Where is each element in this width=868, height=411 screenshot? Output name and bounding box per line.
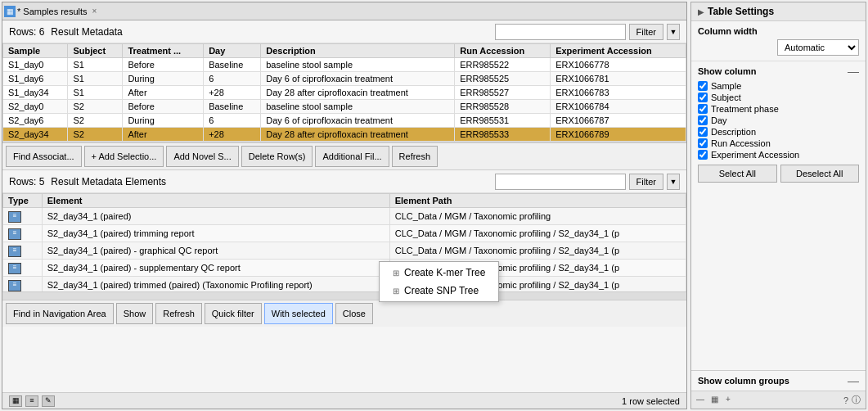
table-cell: S1_day34 <box>3 86 68 100</box>
column-checkbox[interactable] <box>698 150 708 160</box>
kmer-icon: ⊞ <box>393 269 399 278</box>
find-nav-button[interactable]: Find in Navigation Area <box>6 303 114 324</box>
row-selected-status: 1 row selected <box>622 396 680 406</box>
add-selection-button[interactable]: + Add Selectio... <box>84 146 164 167</box>
table-cell: ERX1066781 <box>551 72 686 86</box>
list-item[interactable]: ≡S2_day34_1 (paired) - supplementary QC … <box>3 260 686 277</box>
col-width-label: Column width <box>698 26 859 36</box>
table-cell: Day 6 of ciprofloxacin treatment <box>261 72 455 86</box>
column-checkbox-label: Subject <box>711 93 741 102</box>
scg-collapse[interactable]: — <box>848 374 859 387</box>
top-filter-input[interactable] <box>495 24 626 40</box>
create-kmer-tree-item[interactable]: ⊞ Create K-mer Tree <box>380 264 498 282</box>
col-run-accession: Run Accession <box>455 44 551 58</box>
top-table-container: Sample Subject Treatment ... Day Descrip… <box>2 43 686 142</box>
quick-filter-button[interactable]: Quick filter <box>205 303 262 324</box>
top-data-table: Sample Subject Treatment ... Day Descrip… <box>2 43 686 142</box>
bottom-filter-dropdown[interactable]: ▼ <box>667 174 680 190</box>
top-rows-label: Rows: 6 <box>9 26 44 38</box>
col-width-select[interactable]: Automatic <box>777 39 859 56</box>
create-snp-tree-item[interactable]: ⊞ Create SNP Tree <box>380 282 498 300</box>
column-checkbox[interactable] <box>698 127 708 137</box>
table-cell: ERR985531 <box>455 114 551 128</box>
refresh-bottom-button[interactable]: Refresh <box>155 303 202 324</box>
table-cell: S2 <box>68 100 123 114</box>
bottom-table-body: ≡S2_day34_1 (paired)CLC_Data / MGM / Tax… <box>3 208 686 292</box>
right-panel-bottom: — ▦ + ? ⓘ <box>691 391 866 409</box>
top-filter-dropdown[interactable]: ▼ <box>667 24 680 40</box>
table-icon: ▦ <box>4 6 16 17</box>
delete-rows-button[interactable]: Delete Row(s) <box>241 146 313 167</box>
top-metadata-label: Result Metadata <box>51 26 122 38</box>
table-cell: S2_day34_1 (paired) - graphical QC repor… <box>42 242 389 260</box>
column-checkbox[interactable] <box>698 104 708 114</box>
type-icon: ≡ <box>8 263 21 274</box>
table-row[interactable]: S1_day34S1After+28Day 28 after ciproflox… <box>3 86 686 100</box>
column-checkbox[interactable] <box>698 81 708 91</box>
panel-collapse-icon[interactable]: ▶ <box>698 7 704 16</box>
settings-icon[interactable]: ✎ <box>42 395 55 407</box>
column-checkbox-label: Sample <box>711 81 741 91</box>
question-icon[interactable]: ? <box>843 395 848 405</box>
column-checkbox[interactable] <box>698 93 708 102</box>
column-checkbox[interactable] <box>698 138 708 148</box>
right-panel-header: ▶ Table Settings <box>691 2 866 21</box>
col-subject: Subject <box>68 44 123 58</box>
bottom-filter-input[interactable] <box>495 174 626 190</box>
table-cell: S2_day34_1 (paired) trimming report <box>42 225 389 242</box>
column-checkbox-row: Sample <box>698 81 859 91</box>
col-buttons: Select All Deselect All <box>698 165 859 183</box>
add-novel-button[interactable]: Add Novel S... <box>166 146 238 167</box>
bottom-rows-bar: Rows: 5 Result Metadata Elements Filter … <box>2 170 686 193</box>
tab-close[interactable]: × <box>92 7 97 16</box>
top-table-body: S1_day0S1BeforeBaselinebaseline stool sa… <box>3 58 686 142</box>
right-bottom-icons: — ▦ + <box>696 395 737 406</box>
top-filter-button[interactable]: Filter <box>629 24 663 40</box>
list-item[interactable]: ≡S2_day34_1 (paired) trimmed (paired) (T… <box>3 277 686 292</box>
element-icon[interactable]: ≡ <box>25 395 38 407</box>
list-item[interactable]: ≡S2_day34_1 (paired) - graphical QC repo… <box>3 242 686 260</box>
info-icon[interactable]: ⓘ <box>852 394 861 406</box>
show-col-collapse[interactable]: — <box>848 65 859 78</box>
table-row[interactable]: S2_day34S2After+28Day 28 after ciproflox… <box>3 128 686 142</box>
list-item[interactable]: ≡S2_day34_1 (paired) trimming reportCLC_… <box>3 225 686 242</box>
table-cell: During <box>123 72 204 86</box>
column-checkbox-row: Treatment phase <box>698 104 859 114</box>
col-treatment: Treatment ... <box>123 44 204 58</box>
list-item[interactable]: ≡S2_day34_1 (paired)CLC_Data / MGM / Tax… <box>3 208 686 225</box>
table-cell: S1_day0 <box>3 58 68 72</box>
table-row[interactable]: S1_day0S1BeforeBaselinebaseline stool sa… <box>3 58 686 72</box>
snp-icon: ⊞ <box>393 287 399 296</box>
additional-filter-button[interactable]: Additional Fil... <box>315 146 389 167</box>
table-cell: S2_day34 <box>3 128 68 142</box>
minus-icon[interactable]: — <box>696 395 708 406</box>
col-type: Type <box>3 194 43 208</box>
status-bar: ▦ ≡ ✎ 1 row selected <box>2 392 686 409</box>
bottom-filter-button[interactable]: Filter <box>629 174 663 190</box>
right-panel: ▶ Table Settings Column width Automatic … <box>690 2 866 409</box>
with-selected-button[interactable]: With selected <box>264 303 333 324</box>
show-button[interactable]: Show <box>116 303 154 324</box>
find-associations-button[interactable]: Find Associat... <box>6 146 82 167</box>
table-row[interactable]: S2_day0S2BeforeBaselinebaseline stool sa… <box>3 100 686 114</box>
table-row[interactable]: S1_day6S1During6Day 6 of ciprofloxacin t… <box>3 72 686 86</box>
column-checkbox[interactable] <box>698 115 708 125</box>
deselect-all-button[interactable]: Deselect All <box>780 165 860 183</box>
top-rows-bar: Rows: 6 Result Metadata Filter ▼ <box>2 20 686 43</box>
table-cell: ERX1066787 <box>551 114 686 128</box>
table-cell: S1 <box>68 86 123 100</box>
table-cell: ERR985527 <box>455 86 551 100</box>
plus-icon[interactable]: + <box>726 395 737 406</box>
horizontal-scrollbar[interactable] <box>2 291 686 300</box>
table-view-icon[interactable]: ▦ <box>9 395 22 407</box>
status-icons: ▦ ≡ ✎ <box>9 395 55 407</box>
select-all-button[interactable]: Select All <box>698 165 777 183</box>
table-row[interactable]: S2_day6S2During6Day 6 of ciprofloxacin t… <box>3 114 686 128</box>
table-cell: +28 <box>204 128 261 142</box>
refresh-top-button[interactable]: Refresh <box>392 146 438 167</box>
close-button[interactable]: Close <box>335 303 373 324</box>
table-cell: CLC_Data / MGM / Taxonomic profiling / S… <box>389 225 686 242</box>
table-cell: Day 28 after ciprofloxacin treatment <box>261 128 455 142</box>
grid-icon[interactable]: ▦ <box>711 395 722 406</box>
table-cell: S2 <box>68 128 123 142</box>
